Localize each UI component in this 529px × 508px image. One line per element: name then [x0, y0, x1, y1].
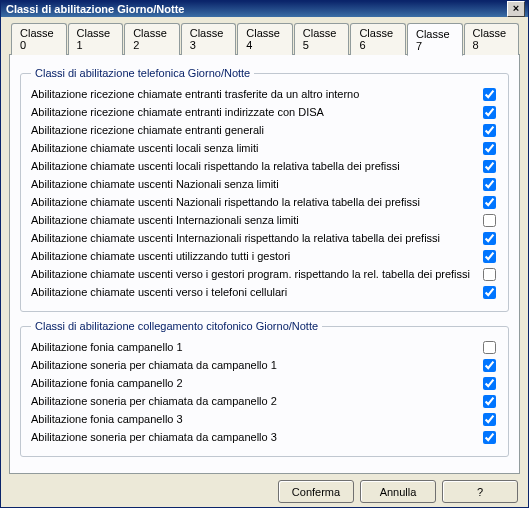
group1-label: Abilitazione chiamate uscenti Nazionali …	[31, 196, 477, 208]
group1-row: Abilitazione chiamate uscenti Internazio…	[31, 211, 498, 229]
group1-row: Abilitazione chiamate uscenti locali ris…	[31, 157, 498, 175]
window-title: Classi di abilitazione Giorno/Notte	[6, 3, 507, 15]
group1-label: Abilitazione chiamate uscenti verso i ge…	[31, 268, 477, 280]
group2-label: Abilitazione soneria per chiamata da cam…	[31, 395, 477, 407]
group1-row: Abilitazione chiamate uscenti Internazio…	[31, 229, 498, 247]
group2-label: Abilitazione fonia campanello 1	[31, 341, 477, 353]
group1-label: Abilitazione chiamate uscenti verso i te…	[31, 286, 477, 298]
group2-label: Abilitazione fonia campanello 3	[31, 413, 477, 425]
group2-label: Abilitazione soneria per chiamata da cam…	[31, 359, 477, 371]
tab-classe-1[interactable]: Classe 1	[68, 23, 124, 55]
group1-label: Abilitazione chiamate uscenti locali sen…	[31, 142, 477, 154]
group1-checkbox[interactable]	[483, 88, 496, 101]
group1-label: Abilitazione ricezione chiamate entranti…	[31, 106, 477, 118]
tab-classe-0[interactable]: Classe 0	[11, 23, 67, 55]
group-citofonico: Classi di abilitazione collegamento cito…	[20, 320, 509, 457]
help-button[interactable]: ?	[442, 480, 518, 503]
group1-label: Abilitazione chiamate uscenti utilizzand…	[31, 250, 477, 262]
group1-row: Abilitazione chiamate uscenti verso i ge…	[31, 265, 498, 283]
group2-checkbox[interactable]	[483, 431, 496, 444]
group1-row: Abilitazione chiamate uscenti verso i te…	[31, 283, 498, 301]
group2-checkbox[interactable]	[483, 395, 496, 408]
group-telefonica: Classi di abilitazione telefonica Giorno…	[20, 67, 509, 312]
group1-row: Abilitazione chiamate uscenti locali sen…	[31, 139, 498, 157]
group1-checkbox[interactable]	[483, 178, 496, 191]
group1-row: Abilitazione chiamate uscenti utilizzand…	[31, 247, 498, 265]
group2-checkbox[interactable]	[483, 413, 496, 426]
group1-checkbox[interactable]	[483, 160, 496, 173]
group2-checkbox[interactable]	[483, 341, 496, 354]
group1-checkbox[interactable]	[483, 214, 496, 227]
group1-checkbox[interactable]	[483, 124, 496, 137]
group1-checkbox[interactable]	[483, 196, 496, 209]
group2-row: Abilitazione fonia campanello 2	[31, 374, 498, 392]
group2-checkbox[interactable]	[483, 377, 496, 390]
group2-row: Abilitazione fonia campanello 3	[31, 410, 498, 428]
group1-label: Abilitazione chiamate uscenti Nazionali …	[31, 178, 477, 190]
tab-classe-4[interactable]: Classe 4	[237, 23, 293, 55]
group1-label: Abilitazione chiamate uscenti Internazio…	[31, 214, 477, 226]
group2-label: Abilitazione fonia campanello 2	[31, 377, 477, 389]
titlebar: Classi di abilitazione Giorno/Notte ×	[1, 1, 528, 17]
tab-classe-5[interactable]: Classe 5	[294, 23, 350, 55]
group-telefonica-legend: Classi di abilitazione telefonica Giorno…	[31, 67, 254, 79]
close-icon[interactable]: ×	[507, 1, 525, 17]
group1-checkbox[interactable]	[483, 268, 496, 281]
dialog-window: Classi di abilitazione Giorno/Notte × Cl…	[0, 0, 529, 508]
tabstrip: Classe 0Classe 1Classe 2Classe 3Classe 4…	[9, 23, 520, 55]
group1-checkbox[interactable]	[483, 232, 496, 245]
group2-row: Abilitazione soneria per chiamata da cam…	[31, 356, 498, 374]
client-area: Classe 0Classe 1Classe 2Classe 3Classe 4…	[1, 17, 528, 508]
group1-row: Abilitazione chiamate uscenti Nazionali …	[31, 175, 498, 193]
group1-label: Abilitazione ricezione chiamate entranti…	[31, 88, 477, 100]
group1-checkbox[interactable]	[483, 250, 496, 263]
confirm-button[interactable]: Conferma	[278, 480, 354, 503]
tab-classe-2[interactable]: Classe 2	[124, 23, 180, 55]
cancel-button[interactable]: Annulla	[360, 480, 436, 503]
group1-row: Abilitazione ricezione chiamate entranti…	[31, 85, 498, 103]
tab-panel: Classi di abilitazione telefonica Giorno…	[9, 54, 520, 474]
group1-label: Abilitazione chiamate uscenti locali ris…	[31, 160, 477, 172]
tab-classe-7[interactable]: Classe 7	[407, 23, 463, 56]
group1-checkbox[interactable]	[483, 106, 496, 119]
group2-row: Abilitazione soneria per chiamata da cam…	[31, 392, 498, 410]
group2-checkbox[interactable]	[483, 359, 496, 372]
group1-label: Abilitazione ricezione chiamate entranti…	[31, 124, 477, 136]
group1-checkbox[interactable]	[483, 286, 496, 299]
group2-row: Abilitazione fonia campanello 1	[31, 338, 498, 356]
group2-row: Abilitazione soneria per chiamata da cam…	[31, 428, 498, 446]
group2-label: Abilitazione soneria per chiamata da cam…	[31, 431, 477, 443]
group1-row: Abilitazione chiamate uscenti Nazionali …	[31, 193, 498, 211]
group-citofonico-legend: Classi di abilitazione collegamento cito…	[31, 320, 322, 332]
group1-checkbox[interactable]	[483, 142, 496, 155]
tab-classe-3[interactable]: Classe 3	[181, 23, 237, 55]
tab-classe-6[interactable]: Classe 6	[350, 23, 406, 55]
group1-label: Abilitazione chiamate uscenti Internazio…	[31, 232, 477, 244]
group1-row: Abilitazione ricezione chiamate entranti…	[31, 121, 498, 139]
group1-row: Abilitazione ricezione chiamate entranti…	[31, 103, 498, 121]
tab-classe-8[interactable]: Classe 8	[464, 23, 520, 55]
button-row: Conferma Annulla ?	[9, 474, 520, 503]
